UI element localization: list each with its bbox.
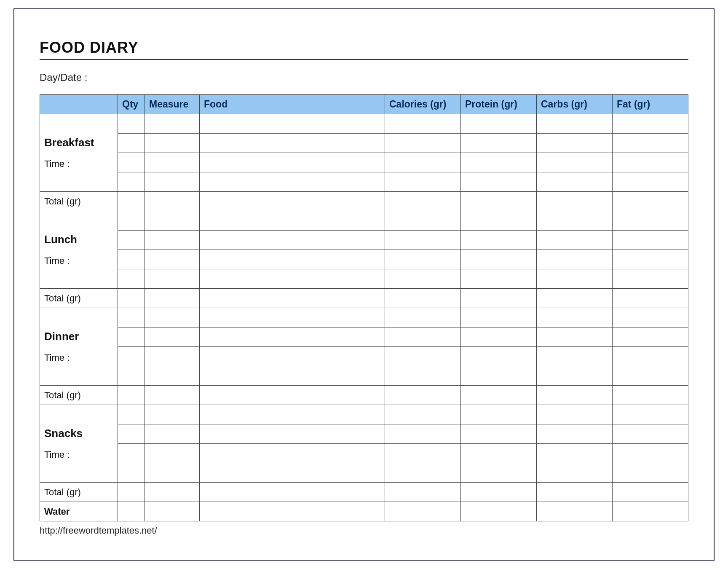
cell[interactable] [385, 269, 461, 289]
cell[interactable] [613, 327, 688, 347]
cell[interactable] [145, 366, 200, 386]
cell[interactable] [613, 211, 688, 231]
cell[interactable] [385, 231, 461, 250]
cell[interactable] [200, 114, 385, 134]
cell[interactable] [537, 289, 613, 308]
cell[interactable] [118, 192, 145, 211]
cell[interactable] [145, 405, 200, 424]
cell[interactable] [385, 172, 461, 192]
cell[interactable] [200, 366, 385, 386]
cell[interactable] [385, 308, 461, 327]
cell[interactable] [461, 231, 537, 250]
cell[interactable] [145, 192, 200, 211]
cell[interactable] [461, 424, 537, 444]
cell[interactable] [118, 269, 145, 289]
cell[interactable] [200, 463, 385, 483]
cell[interactable] [118, 366, 145, 386]
cell[interactable] [200, 327, 385, 347]
cell[interactable] [613, 386, 688, 405]
cell[interactable] [385, 250, 461, 269]
cell[interactable] [200, 405, 385, 424]
cell[interactable] [385, 483, 461, 502]
cell[interactable] [200, 250, 385, 269]
cell[interactable] [537, 172, 613, 192]
cell[interactable] [145, 347, 200, 366]
cell[interactable] [145, 211, 200, 231]
cell[interactable] [118, 308, 145, 327]
cell[interactable] [537, 153, 613, 172]
cell[interactable] [613, 114, 688, 134]
cell[interactable] [461, 347, 537, 366]
cell[interactable] [385, 114, 461, 134]
cell[interactable] [537, 386, 613, 405]
cell[interactable] [537, 250, 613, 269]
cell[interactable] [118, 483, 145, 502]
cell[interactable] [613, 250, 688, 269]
cell[interactable] [461, 211, 537, 231]
cell[interactable] [145, 463, 200, 483]
cell[interactable] [537, 211, 613, 231]
cell[interactable] [461, 269, 537, 289]
cell[interactable] [613, 483, 688, 502]
cell[interactable] [613, 308, 688, 327]
cell[interactable] [145, 250, 200, 269]
cell[interactable] [461, 192, 537, 211]
cell[interactable] [200, 289, 385, 308]
cell[interactable] [200, 308, 385, 327]
cell[interactable] [613, 134, 688, 153]
cell[interactable] [145, 231, 200, 250]
cell[interactable] [461, 444, 537, 463]
cell[interactable] [613, 347, 688, 366]
cell[interactable] [537, 483, 613, 502]
cell[interactable] [461, 483, 537, 502]
cell[interactable] [613, 405, 688, 424]
cell[interactable] [200, 269, 385, 289]
cell[interactable] [200, 444, 385, 463]
cell[interactable] [613, 424, 688, 444]
cell[interactable] [118, 289, 145, 308]
cell[interactable] [385, 347, 461, 366]
cell[interactable] [118, 444, 145, 463]
cell[interactable] [200, 483, 385, 502]
cell[interactable] [145, 308, 200, 327]
cell[interactable] [145, 134, 200, 153]
cell[interactable] [118, 211, 145, 231]
cell[interactable] [537, 231, 613, 250]
cell[interactable] [145, 444, 200, 463]
cell[interactable] [385, 405, 461, 424]
cell[interactable] [537, 366, 613, 386]
cell[interactable] [461, 289, 537, 308]
cell[interactable] [385, 192, 461, 211]
cell[interactable] [145, 483, 200, 502]
cell[interactable] [613, 366, 688, 386]
cell[interactable] [200, 347, 385, 366]
cell[interactable] [537, 424, 613, 444]
cell[interactable] [385, 366, 461, 386]
cell[interactable] [537, 114, 613, 134]
cell[interactable] [537, 347, 613, 366]
cell[interactable] [145, 289, 200, 308]
cell[interactable] [200, 172, 385, 192]
cell[interactable] [118, 405, 145, 424]
cell[interactable] [461, 366, 537, 386]
cell[interactable] [200, 153, 385, 172]
cell[interactable] [200, 386, 385, 405]
cell[interactable] [145, 114, 200, 134]
cell[interactable] [200, 211, 385, 231]
cell[interactable] [118, 114, 145, 134]
cell[interactable] [461, 308, 537, 327]
cell[interactable] [118, 172, 145, 192]
cell[interactable] [613, 172, 688, 192]
cell[interactable] [537, 192, 613, 211]
cell[interactable] [613, 289, 688, 308]
cell[interactable] [385, 386, 461, 405]
cell[interactable] [613, 269, 688, 289]
cell[interactable] [118, 327, 145, 347]
cell[interactable] [118, 463, 145, 483]
cell[interactable] [385, 211, 461, 231]
cell[interactable] [145, 269, 200, 289]
cell[interactable] [461, 405, 537, 424]
cell[interactable] [145, 172, 200, 192]
cell[interactable] [537, 308, 613, 327]
cell[interactable] [461, 172, 537, 192]
